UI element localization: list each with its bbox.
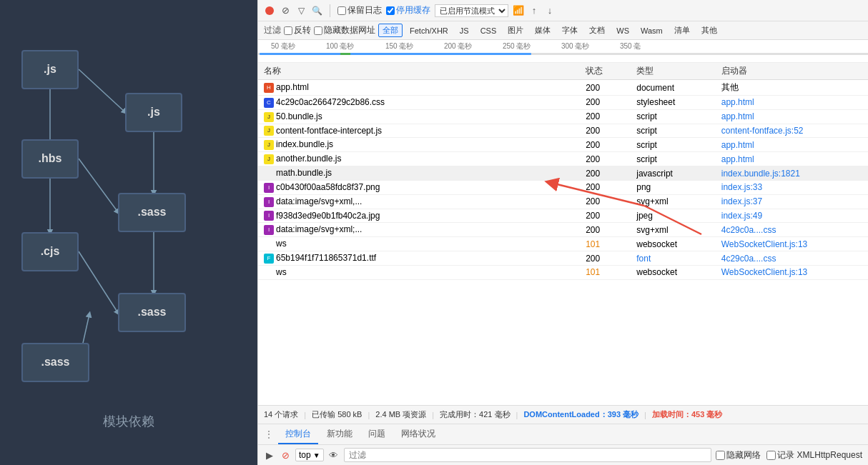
stop-icon[interactable]: ⊘ [280,5,291,16]
tab-network-status[interactable]: 网络状况 [394,425,443,444]
cell-initiator[interactable]: app.html [716,138,868,152]
table-row[interactable]: C4c29c0ac2664729c2b86.css200stylesheetap… [258,96,868,110]
node-js2: .js [125,93,182,132]
cell-name: Idata:image/svg+xml;... [258,223,580,237]
cell-type: stylesheet [631,96,715,110]
throttle-select[interactable]: 已启用节流模式无限制快速 3G慢速 3G [435,4,508,17]
cell-initiator[interactable]: 4c29c0a....css [716,223,868,237]
filter-ws[interactable]: WS [612,25,633,36]
cell-initiator[interactable]: index.js:37 [716,194,868,209]
col-header-type[interactable]: 类型 [631,63,715,80]
cell-type: document [631,80,715,96]
filter-media[interactable]: 媒体 [531,24,555,37]
cell-name: Janother.bundle.js [258,152,580,166]
table-row[interactable]: Happ.html200document其他 [258,80,868,96]
record-icon[interactable] [264,5,275,16]
cell-initiator[interactable]: index.js:33 [716,180,868,194]
chevron-down-icon: ▼ [313,451,320,459]
right-panel: ⊘ ▽ 🔍 保留日志 停用缓存 已启用节流模式无限制快速 3G慢速 3G 📶 ↑… [257,0,868,465]
svg-line-1 [79,69,125,112]
cell-type: font [631,251,715,266]
node-hbs: .hbs [21,139,79,179]
table-row[interactable]: Jindex.bundle.js200scriptapp.html [258,138,868,152]
separator-s2: | [368,411,370,419]
cell-initiator[interactable]: app.html [716,152,868,166]
table-row[interactable]: Jcontent-fontface-intercept.js200scriptc… [258,124,868,138]
filter-js[interactable]: JS [455,25,473,36]
tick-350: 350 毫 [620,40,641,51]
cell-initiator[interactable]: app.html [716,96,868,110]
network-requests-table: 名称 状态 类型 启动器 Happ.html200document其他C4c29… [258,63,868,280]
tick-300: 300 毫秒 [561,40,589,51]
col-header-initiator[interactable]: 启动器 [716,63,868,80]
filter-wasm[interactable]: Wasm [636,25,667,36]
wifi-icon[interactable]: 📶 [513,5,524,16]
cell-initiator[interactable]: index.js:49 [716,209,868,223]
disable-cache-checkbox[interactable]: 停用缓存 [386,4,430,16]
col-header-status[interactable]: 状态 [580,63,631,80]
tab-console[interactable]: 控制台 [278,425,318,444]
filter-img[interactable]: 图片 [503,24,528,37]
search-icon[interactable]: 🔍 [311,5,322,16]
download-icon[interactable]: ↓ [544,5,556,16]
console-stop-btn[interactable]: ⊘ [280,449,291,461]
separator-s4: | [516,411,518,419]
filter-fetch-xhr[interactable]: Fetch/XHR [405,25,453,36]
table-row[interactable]: If938d3ed9e0b1fb40c2a.jpg200jpegindex.js… [258,209,868,223]
table-row[interactable]: ws101websocketWebSocketClient.js:13 [258,237,868,251]
filter-doc[interactable]: 文档 [585,24,609,37]
cell-initiator[interactable]: index.bundle.js:1821 [716,166,868,181]
cell-initiator[interactable]: content-fontface.js:52 [716,124,868,138]
cell-status: 200 [580,152,631,166]
cell-type: javascript [631,166,715,181]
preserve-log-checkbox[interactable]: 保留日志 [337,4,382,16]
filter-icon[interactable]: ▽ [295,5,307,16]
upload-icon[interactable]: ↑ [528,5,540,16]
console-filter-input[interactable] [344,448,712,462]
cell-name: J50.bundle.js [258,109,580,124]
dom-content-loaded: DOMContentLoaded：393 毫秒 [523,409,638,420]
xml-http-checkbox[interactable]: 记录 XMLHttpRequest [766,449,862,461]
status-bar: 14 个请求 | 已传输 580 kB | 2.4 MB 项资源 | 完成用时：… [258,405,868,424]
cell-initiator[interactable]: WebSocketClient.js:13 [716,237,868,251]
filter-all[interactable]: 全部 [378,24,403,37]
cell-initiator[interactable]: WebSocketClient.js:13 [716,265,868,279]
diagram-label: 模块依赖 [103,413,154,430]
network-table: 名称 状态 类型 启动器 Happ.html200document其他C4c29… [258,63,868,405]
table-row[interactable]: math.bundle.js200javascriptindex.bundle.… [258,166,868,181]
cell-initiator[interactable]: 4c29c0a....css [716,251,868,266]
context-selector[interactable]: top ▼ [295,449,324,461]
cell-name: Idata:image/svg+xml,... [258,194,580,209]
invert-checkbox[interactable]: 反转 [284,24,311,36]
tick-250: 250 毫秒 [503,40,531,51]
table-row[interactable]: F65b194f1f711865371d1.ttf200font4c29c0a.… [258,251,868,266]
hide-data-checkbox[interactable]: 隐藏数据网址 [314,24,375,36]
filter-other[interactable]: 其他 [697,24,721,37]
col-header-name[interactable]: 名称 [258,63,580,80]
table-row[interactable]: Idata:image/svg+xml,...200svg+xmlindex.j… [258,194,868,209]
cell-initiator[interactable]: app.html [716,109,868,124]
filter-label: 过滤 [264,24,281,36]
table-row[interactable]: Ic0b430f00aa58fdc8f37.png200pngindex.js:… [258,180,868,194]
tab-new-features[interactable]: 新功能 [320,425,360,444]
filter-css[interactable]: CSS [476,25,501,36]
cell-name: Ic0b430f00aa58fdc8f37.png [258,180,580,194]
load-time: 加载时间：453 毫秒 [652,409,722,420]
console-play-btn[interactable]: ▶ [264,449,275,461]
cell-status: 200 [580,138,631,152]
table-row[interactable]: Janother.bundle.js200scriptapp.html [258,152,868,166]
table-row[interactable]: ws101websocketWebSocketClient.js:13 [258,265,868,279]
hide-network-checkbox[interactable]: 隐藏网络 [716,449,761,461]
table-row[interactable]: J50.bundle.js200scriptapp.html [258,109,868,124]
cell-status: 200 [580,223,631,237]
cell-type: websocket [631,237,715,251]
filter-clear[interactable]: 清单 [670,24,694,37]
eye-icon[interactable]: 👁 [328,449,340,461]
filter-font[interactable]: 字体 [558,24,582,37]
toolbar2: 过滤 反转 隐藏数据网址 全部 Fetch/XHR JS CSS 图片 媒体 字… [258,21,868,40]
cell-name: ws [258,265,580,279]
cell-type: script [631,152,715,166]
table-header-row: 名称 状态 类型 启动器 [258,63,868,80]
table-row[interactable]: Idata:image/svg+xml;...200svg+xml4c29c0a… [258,223,868,237]
tab-issues[interactable]: 问题 [361,425,393,444]
